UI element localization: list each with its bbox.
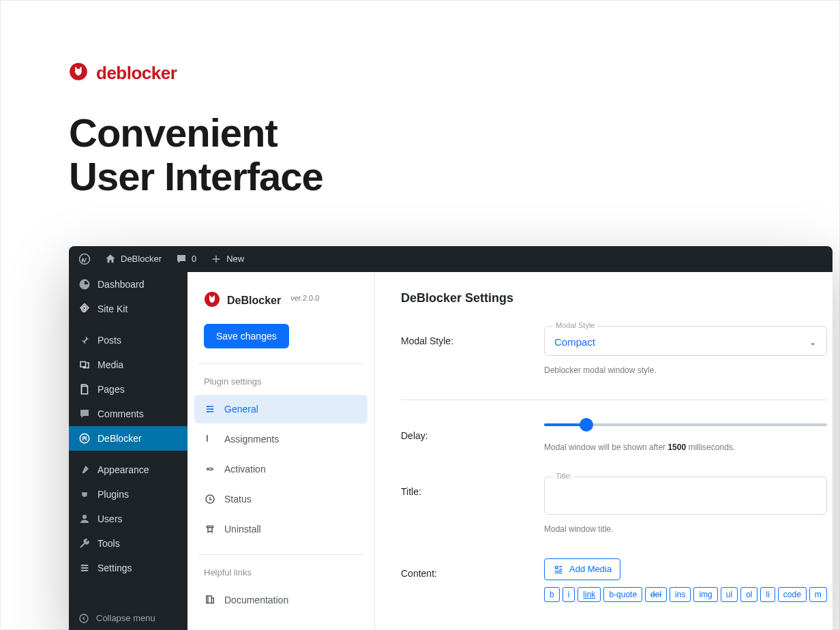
link-documentation[interactable]: Documentation — [194, 586, 368, 614]
title-label: Title: — [401, 477, 544, 534]
brand-icon — [69, 62, 88, 84]
modal-style-help: Deblocker modal window style. — [544, 365, 827, 375]
comments-link[interactable]: 0 — [175, 253, 196, 265]
admin-sidebar: DashboardGSite KitPostsMediaPagesComment… — [69, 272, 188, 630]
nav-uninstall[interactable]: Uninstall — [194, 515, 368, 543]
nav-assignments[interactable]: Assignments — [194, 425, 368, 453]
tool-li[interactable]: li — [760, 587, 775, 602]
nav-general[interactable]: General — [194, 395, 368, 423]
svg-point-16 — [555, 566, 558, 569]
media-icon — [553, 564, 564, 575]
content-label: Content: — [401, 558, 544, 602]
brush-icon — [78, 464, 91, 476]
sidebar-item-users[interactable]: Users — [69, 507, 188, 531]
nav-status[interactable]: Status — [194, 485, 368, 513]
sidebar-item-tools[interactable]: Tools — [69, 531, 188, 556]
settings-icon — [78, 562, 91, 574]
hero-title: Convenient User Interface — [69, 111, 839, 198]
sidebar-item-posts[interactable]: Posts — [69, 328, 188, 352]
wp-logo[interactable] — [78, 253, 91, 265]
sidebar-item-settings[interactable]: Settings — [69, 556, 188, 580]
modal-style-label: Modal Style: — [401, 326, 544, 375]
brand: deblocker — [69, 62, 839, 84]
nav-activation[interactable]: Activation — [194, 455, 368, 483]
svg-point-5 — [82, 515, 87, 519]
plugin-version: ver.2.0.0 — [290, 294, 319, 302]
sidebar-item-deblocker[interactable]: DeBlocker — [69, 426, 188, 451]
wordpress-icon — [78, 253, 91, 265]
svg-point-8 — [82, 569, 84, 571]
pin-icon — [78, 334, 91, 346]
modal-style-select[interactable]: Modal Style Compact — [544, 326, 827, 356]
svg-text:G: G — [81, 305, 87, 313]
comment-icon — [78, 408, 91, 420]
sitekit-icon: G — [78, 303, 91, 315]
tool-img[interactable]: img — [693, 587, 717, 602]
plugin-icon — [204, 291, 220, 310]
svg-point-7 — [85, 567, 87, 569]
plugin-name: DeBlocker — [227, 295, 281, 307]
panel-title: DeBlocker Settings — [401, 291, 827, 305]
section-plugin-settings: Plugin settings — [194, 376, 368, 395]
plus-icon — [210, 253, 222, 265]
plug-icon — [78, 488, 91, 500]
plugin-sidebar: DeBlocker ver.2.0.0 Save changes Plugin … — [188, 272, 375, 630]
delay-label: Delay: — [401, 421, 544, 452]
tool-m[interactable]: m — [809, 587, 827, 602]
app-window: DeBlocker 0 New DashboardGSite KitPostsM… — [69, 246, 832, 630]
sidebar-item-comments[interactable]: Comments — [69, 402, 188, 426]
tool-b[interactable]: b — [544, 587, 560, 602]
wrench-icon — [78, 537, 91, 550]
collapse-menu[interactable]: Collapse menu — [69, 603, 188, 630]
add-media-button[interactable]: Add Media — [544, 558, 620, 580]
new-link[interactable]: New — [210, 253, 244, 265]
collapse-icon — [78, 613, 89, 624]
sidebar-item-media[interactable]: Media — [69, 352, 188, 377]
media-icon — [78, 359, 91, 371]
tool-link[interactable]: link — [578, 587, 601, 602]
home-icon — [104, 253, 117, 265]
delay-slider[interactable] — [544, 421, 827, 426]
comment-icon — [175, 253, 188, 265]
block-icon — [78, 432, 91, 445]
site-link[interactable]: DeBlocker — [104, 253, 162, 265]
svg-point-12 — [211, 408, 213, 409]
svg-point-14 — [207, 467, 210, 470]
tool-ul[interactable]: ul — [721, 587, 738, 602]
section-helpful-links: Helpful links — [194, 567, 368, 586]
editor-toolbar: bilinkb-quotedelinsimgulollicodem — [544, 587, 827, 602]
tool-code[interactable]: code — [778, 587, 807, 602]
tool-i[interactable]: i — [562, 587, 575, 602]
svg-point-6 — [82, 564, 84, 566]
title-input[interactable]: Title: — [544, 477, 827, 515]
svg-point-13 — [207, 410, 209, 412]
delay-help: Modal window will be shown after 1500 mi… — [544, 442, 827, 452]
tool-ol[interactable]: ol — [740, 587, 758, 602]
sidebar-item-dashboard[interactable]: Dashboard — [69, 272, 188, 297]
settings-panel: DeBlocker Settings Modal Style: Modal St… — [375, 272, 832, 630]
tool-del[interactable]: del — [645, 587, 667, 602]
svg-point-11 — [207, 406, 209, 407]
save-button[interactable]: Save changes — [204, 324, 289, 348]
sidebar-item-appearance[interactable]: Appearance — [69, 457, 188, 482]
sidebar-item-pages[interactable]: Pages — [69, 377, 188, 402]
brand-text: deblocker — [96, 63, 177, 84]
title-help: Modal window title. — [544, 524, 827, 534]
sidebar-item-site-kit[interactable]: GSite Kit — [69, 297, 188, 321]
dashboard-icon — [78, 278, 91, 290]
admin-bar: DeBlocker 0 New — [69, 246, 832, 272]
tool-ins[interactable]: ins — [670, 587, 691, 602]
chevron-down-icon — [809, 339, 817, 351]
tool-b-quote[interactable]: b-quote — [603, 587, 642, 602]
pages-icon — [78, 383, 91, 395]
sidebar-item-plugins[interactable]: Plugins — [69, 482, 188, 507]
user-icon — [78, 513, 91, 525]
